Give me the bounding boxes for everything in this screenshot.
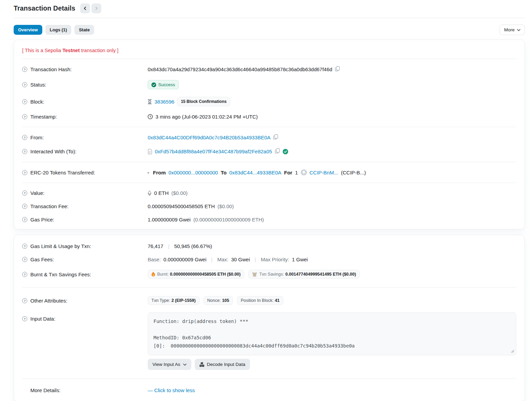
gas-limit-value: 76,417 [148,243,163,249]
copy-txn-hash-button[interactable] [335,66,340,73]
show-less-link[interactable]: — Click to show less [148,387,195,393]
view-input-as-button[interactable]: View Input As [148,359,191,370]
input-data-textarea[interactable]: Function: drip(address token) *** Method… [148,312,516,355]
from-label: From: [30,135,44,140]
erc20-from-address-link[interactable]: 0x000000...00000000 [168,170,218,175]
row-status: ? Status: Success [22,76,516,93]
row-gas-fees: ? Gas Fees: Base: 0.000000009 Gwei | Max… [22,253,516,266]
decode-input-data-button[interactable]: Decode Input Data [195,359,250,370]
row-gas-price: ? Gas Price: 1.000000009 Gwei (0.0000000… [22,213,516,226]
row-value: ? Value: 0 ETH ($0.00) [22,186,516,200]
block-label: Block: [30,99,44,105]
txn-navigation [80,3,101,13]
erc20-amount: 1 [295,170,298,175]
txn-type-key: Txn Type: [151,298,170,303]
pipe-separator: | [211,257,212,262]
gas-price-eth: (0.000000001000000009 ETH) [193,217,264,222]
help-icon[interactable]: ? [22,135,27,140]
block-number-link[interactable]: 3836596 [154,99,174,105]
nonce-value: 105 [222,298,229,303]
verified-contract-check-icon [283,149,288,154]
block-confirmations-badge: 15 Block Confirmations [177,97,230,106]
erc20-from-word: From [153,170,166,175]
chevron-down-icon [183,362,187,367]
help-icon[interactable]: ? [22,244,27,249]
help-icon[interactable]: ? [22,170,27,175]
caret-right-icon[interactable]: ▸ [148,170,150,175]
tab-logs[interactable]: Logs (1) [45,25,72,35]
next-txn-button[interactable] [91,3,101,13]
more-dropdown-button[interactable]: More [500,25,525,35]
tab-overview[interactable]: Overview [14,25,42,35]
from-address-link[interactable]: 0x83dC44a4C00DFf69d0A0c7c94B20b53a4933BE… [148,135,270,140]
value-usd: ($0.00) [172,190,188,196]
status-badge: Success [148,80,179,89]
divider [22,59,516,59]
copy-icon [335,66,340,73]
erc20-token-name-link[interactable]: CCIP-BnM... [310,170,338,175]
position-key: Position In Block: [241,298,274,303]
page-header: Transaction Details [14,0,525,18]
to-contract-address-link[interactable]: 0xFd57b4ddBf88a4e07fF4e34C487b99af2Fe82a… [155,149,272,154]
burnt-fee-value: 0.000000000000458505 ETH ($0.00) [170,272,240,277]
erc20-to-address-link[interactable]: 0x83dC44...4933BE0A [229,170,281,175]
row-transaction-hash: ? Transaction Hash: 0x843dc70a4a29d79234… [22,62,516,76]
divider [22,379,516,379]
status-label: Status: [30,82,46,88]
status-badge-label: Success [158,82,175,87]
txn-savings-badge: Txn Savings: 0.001477404999541495 ETH ($… [248,270,359,279]
row-timestamp: ? Timestamp: 3 mins ago (Jul-06-2023 01:… [22,110,516,123]
gas-price-amount: 1.000000009 Gwei [148,217,191,222]
gas-price-label: Gas Price: [30,217,54,222]
help-icon[interactable]: ? [22,190,27,196]
tab-state[interactable]: State [74,25,94,35]
transaction-fee-amount: 0.000050945000458505 ETH [148,203,215,209]
divider [22,287,516,288]
position-value: 41 [275,298,280,303]
burnt-fee-badge: Burnt: 0.000000000000458505 ETH ($0.00) [148,270,244,279]
chevron-right-icon [94,6,98,10]
more-details-label: More Details: [30,387,60,393]
help-icon[interactable]: ? [22,67,27,72]
value-amount: 0 ETH [154,190,169,196]
details-card: ? Gas Limit & Usage by Txn: 76,417 | 50,… [14,235,525,401]
divider [22,183,516,183]
help-icon[interactable]: ? [22,257,27,262]
chevron-left-icon [83,6,87,10]
check-circle-icon [151,82,156,87]
other-attributes-label: Other Attributes: [30,298,67,304]
help-icon[interactable]: ? [22,217,27,222]
help-icon[interactable]: ? [22,316,27,321]
help-icon[interactable]: ? [22,204,27,209]
help-icon[interactable]: ? [22,114,27,119]
row-gas-limit-usage: ? Gas Limit & Usage by Txn: 76,417 | 50,… [22,238,516,253]
chevron-down-icon [517,27,520,32]
row-input-data: ? Input Data: Function: drip(address tok… [22,309,516,374]
decode-cubes-icon [200,362,204,367]
help-icon[interactable]: ? [22,298,27,303]
contract-file-icon [148,149,152,154]
copy-from-address-button[interactable] [273,134,278,141]
pipe-separator: | [255,257,256,262]
interacted-with-label: Interacted With (To): [30,149,76,154]
view-input-as-label: View Input As [152,362,180,367]
transaction-hash-label: Transaction Hash: [30,66,72,72]
max-fee-key: Max: [217,257,228,262]
help-icon[interactable]: ? [22,149,27,154]
money-wings-icon [252,272,257,277]
divider [22,162,516,162]
pipe-separator: | [168,243,169,249]
help-icon[interactable]: ? [22,82,27,87]
copy-to-address-button[interactable] [275,148,280,155]
help-icon[interactable]: ? [22,99,27,104]
row-other-attributes: ? Other Attributes: Txn Type: 2 (EIP-155… [22,292,516,309]
copy-icon [273,134,278,141]
txn-type-value: 2 (EIP-1559) [172,298,196,303]
transaction-hash-value: 0x843dc70a4a29d79234c49a904c363d6c46640a… [148,66,332,72]
help-icon[interactable]: ? [22,272,27,277]
max-fee-value: 30 Gwei [231,257,250,262]
input-data-label: Input Data: [30,316,55,322]
base-fee-key: Base: [148,257,161,262]
row-transaction-fee: ? Transaction Fee: 0.000050945000458505 … [22,200,516,213]
previous-txn-button[interactable] [80,3,90,13]
